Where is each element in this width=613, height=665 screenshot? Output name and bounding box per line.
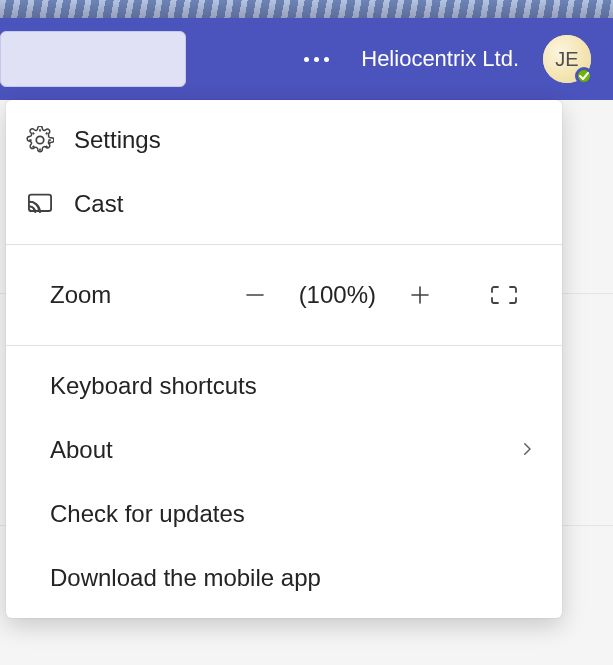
search-input[interactable] (0, 31, 186, 87)
fullscreen-icon (489, 284, 519, 306)
avatar[interactable]: JE (543, 35, 591, 83)
presence-available-icon (575, 67, 593, 85)
menu-item-label: Check for updates (50, 500, 245, 528)
zoom-label: Zoom (50, 281, 111, 309)
menu-item-label: About (50, 436, 113, 464)
svg-point-2 (30, 210, 32, 212)
menu-item-keyboard-shortcuts[interactable]: Keyboard shortcuts (6, 354, 562, 418)
chevron-right-icon (518, 436, 536, 464)
menu-item-settings[interactable]: Settings (6, 108, 562, 172)
menu-item-about[interactable]: About (6, 418, 562, 482)
more-options-menu: Settings Cast Zoom (100%) (6, 100, 562, 618)
organization-name[interactable]: Heliocentrix Ltd. (361, 46, 519, 72)
menu-item-label: Keyboard shortcuts (50, 372, 257, 400)
ellipsis-icon (314, 57, 319, 62)
more-options-button[interactable] (296, 49, 337, 70)
cast-icon (24, 190, 56, 218)
ellipsis-icon (324, 57, 329, 62)
minus-icon (243, 283, 267, 307)
svg-point-0 (36, 136, 43, 143)
gear-icon (24, 126, 56, 154)
menu-item-download-mobile-app[interactable]: Download the mobile app (6, 546, 562, 610)
menu-item-cast[interactable]: Cast (6, 172, 562, 236)
menu-item-label: Settings (74, 126, 161, 154)
zoom-control-row: Zoom (100%) (6, 245, 562, 345)
title-bar: Heliocentrix Ltd. JE (0, 18, 613, 100)
menu-item-label: Download the mobile app (50, 564, 321, 592)
plus-icon (408, 283, 432, 307)
zoom-value: (100%) (293, 281, 382, 309)
fullscreen-button[interactable] (476, 267, 532, 323)
window-banner-image (0, 0, 613, 18)
zoom-out-button[interactable] (227, 267, 283, 323)
menu-item-check-updates[interactable]: Check for updates (6, 482, 562, 546)
menu-item-label: Cast (74, 190, 123, 218)
ellipsis-icon (304, 57, 309, 62)
zoom-in-button[interactable] (392, 267, 448, 323)
